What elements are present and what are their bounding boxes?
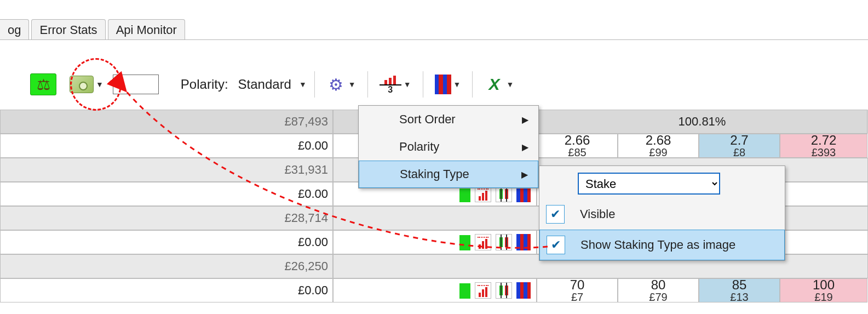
check-icon: ✔ xyxy=(546,205,565,224)
menu-item-staking-type[interactable]: Staking Type ▶ xyxy=(359,161,538,188)
tab-api-monitor[interactable]: Api Monitor xyxy=(108,19,185,39)
chevron-down-icon: ▼ xyxy=(401,80,411,89)
stake-select[interactable]: Stake xyxy=(578,173,720,195)
settings-menu: Sort Order ▶ Polarity ▶ Staking Type ▶ xyxy=(358,105,539,189)
pnl-cell: £0.00 xyxy=(0,134,333,158)
chevron-down-icon: ▼ xyxy=(94,80,104,89)
excel-icon: X xyxy=(484,75,504,94)
pnl-cell: £0.00 xyxy=(0,230,333,254)
toolbar-separator xyxy=(367,71,368,98)
odds-cell[interactable]: 2.68£99 xyxy=(618,134,699,158)
odds-cell[interactable]: 80£79 xyxy=(618,278,699,302)
back-odds-cell[interactable]: 2.7£8 xyxy=(699,134,780,158)
mini-candle-icon[interactable] xyxy=(496,234,512,250)
tab-underline xyxy=(0,39,868,40)
flag-columns-icon xyxy=(435,75,451,94)
tab-strip: og Error Stats Api Monitor xyxy=(0,12,185,39)
tab-log[interactable]: og xyxy=(0,19,29,39)
back-odds-cell[interactable]: 85£13 xyxy=(699,278,780,302)
scales-icon xyxy=(30,73,56,95)
excel-button[interactable]: X ▼ xyxy=(480,69,518,100)
check-icon: ✔ xyxy=(547,236,565,254)
mini-chart-icon[interactable] xyxy=(475,282,491,299)
tab-error-stats[interactable]: Error Stats xyxy=(31,19,105,39)
volume-cell: £31,931 xyxy=(0,158,333,182)
grid-data-row: £0.00 70£7 80£79 85£13 100£19 xyxy=(0,278,868,302)
toolbar: ▼ Polarity: Standard ▼ ▼ 3 ▼ ▼ X ▼ xyxy=(26,67,518,102)
volume-cell: £26,250 xyxy=(0,254,333,278)
book-percent-cell: 100.81% xyxy=(537,110,867,134)
cash-stack-icon xyxy=(70,76,94,93)
mini-flag-icon[interactable] xyxy=(516,234,531,250)
submenu-arrow-icon: ▶ xyxy=(521,169,528,180)
submenu-arrow-icon: ▶ xyxy=(522,142,528,152)
odds-cell[interactable]: 70£7 xyxy=(537,278,618,302)
toolbar-separator xyxy=(314,71,315,98)
mini-flag-icon[interactable] xyxy=(516,282,531,299)
chart-columns-icon: 3 xyxy=(380,75,401,94)
chevron-down-icon: ▼ xyxy=(346,80,356,89)
submenu-arrow-icon: ▶ xyxy=(522,115,528,125)
polarity-label: Polarity: xyxy=(181,77,228,92)
staking-type-submenu: Stake ✔ Visible ✔ Show Staking Type as i… xyxy=(539,165,785,261)
pnl-cell: £0.00 xyxy=(0,278,333,302)
flag-columns-button[interactable]: ▼ xyxy=(431,69,465,100)
menu-item-visible[interactable]: ✔ Visible xyxy=(539,199,785,230)
odds-cell[interactable]: 2.66£85 xyxy=(537,134,618,158)
lay-odds-cell[interactable]: 100£19 xyxy=(780,278,867,302)
lay-odds-cell[interactable]: 2.72£393 xyxy=(780,134,867,158)
settings-button[interactable]: ▼ xyxy=(323,69,360,100)
pnl-cell: £0.00 xyxy=(0,182,333,206)
stake-type-button[interactable]: ▼ xyxy=(66,69,107,100)
chevron-down-icon[interactable]: ▼ xyxy=(297,80,307,89)
green-bar-icon xyxy=(459,235,470,250)
green-bar-icon xyxy=(459,187,470,202)
stake-select-row: Stake xyxy=(539,166,785,199)
chevron-down-icon: ▼ xyxy=(504,80,514,89)
gear-icon xyxy=(326,75,346,94)
chart-columns-button[interactable]: 3 ▼ xyxy=(376,69,415,100)
action-cell[interactable] xyxy=(333,278,537,302)
mini-chart-icon[interactable] xyxy=(475,234,491,250)
chevron-down-icon: ▼ xyxy=(451,80,461,89)
stake-input[interactable] xyxy=(113,75,159,94)
menu-item-polarity[interactable]: Polarity ▶ xyxy=(359,133,538,161)
green-bar-icon xyxy=(459,283,470,299)
volume-header-cell: £87,493 xyxy=(0,110,333,134)
menu-item-show-image[interactable]: ✔ Show Staking Type as image xyxy=(539,230,785,260)
toolbar-separator xyxy=(472,71,473,98)
polarity-value[interactable]: Standard xyxy=(238,77,291,92)
action-cell[interactable] xyxy=(333,230,537,254)
scales-button[interactable] xyxy=(26,69,60,100)
toolbar-separator xyxy=(423,71,423,98)
mini-candle-icon[interactable] xyxy=(496,282,512,299)
menu-item-sort-order[interactable]: Sort Order ▶ xyxy=(359,106,538,133)
volume-cell: £28,714 xyxy=(0,206,333,230)
